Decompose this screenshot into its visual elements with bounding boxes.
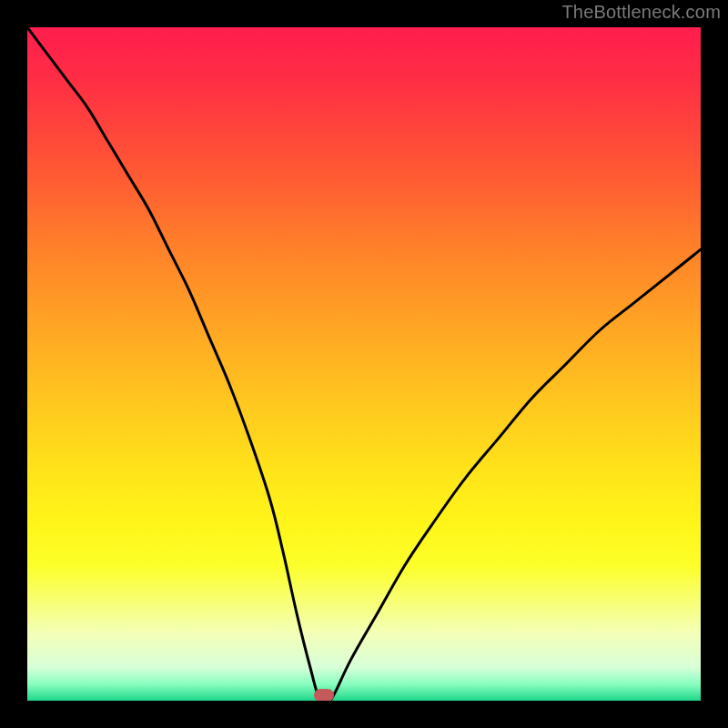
optimal-marker: [314, 689, 334, 701]
watermark-text: TheBottleneck.com: [561, 2, 721, 23]
bottleneck-curve: [27, 27, 701, 701]
chart-frame: TheBottleneck.com: [0, 0, 728, 728]
plot-area: [27, 27, 701, 701]
